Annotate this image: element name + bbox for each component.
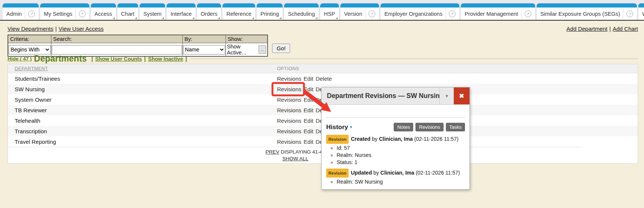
department-name: Travel Reporting <box>8 139 277 145</box>
go-button[interactable]: Go! <box>272 44 290 53</box>
show-all-link[interactable]: SHOW ALL <box>282 156 308 161</box>
tab-reference[interactable]: Reference <box>223 3 255 20</box>
show-inactive-link[interactable]: Show Inactive <box>148 56 183 62</box>
row-option-revisions[interactable]: Revisions <box>277 75 301 82</box>
header-rule <box>191 59 638 59</box>
revisions-button[interactable]: Revisions <box>415 123 443 131</box>
tab-label: My Settings <box>44 11 72 17</box>
tab-icon-wrap: ↗ <box>365 9 375 19</box>
row-option-edit[interactable]: Edit <box>304 96 313 103</box>
row-options: RevisionsEditDelete <box>277 75 638 82</box>
entry-action: Updated <box>351 170 372 176</box>
department-revisions-popup: Department Revisions — SW Nursing ▾ ✖ Hi… <box>321 87 470 190</box>
add-chart-link[interactable]: Add Chart <box>612 26 638 32</box>
tab-employer-organizations[interactable]: Employer Organizations↗ <box>381 3 459 20</box>
tab-label: Version <box>344 11 362 17</box>
view-links: View Departments|View User Access <box>8 26 104 32</box>
row-option-edit[interactable]: Edit <box>304 75 313 82</box>
show-user-counts-link[interactable]: Show User Counts <box>95 56 142 62</box>
by-select[interactable]: Name <box>183 45 225 54</box>
external-link-icon: ↗ <box>525 11 531 17</box>
tasks-button[interactable]: Tasks <box>446 123 465 131</box>
tab-label: Scheduling <box>288 11 315 17</box>
revision-detail: Realm: SW Nursing <box>337 179 465 185</box>
menu-fold-icon <box>336 17 338 19</box>
tab-provider-management[interactable]: Provider Management↗ <box>461 3 535 20</box>
separator: | <box>144 56 146 62</box>
tab-icon-wrap: ↗ <box>25 9 35 19</box>
close-icon: ✖ <box>459 92 464 99</box>
tab-orders[interactable]: Orders <box>197 3 221 20</box>
hide-count-link[interactable]: Hide ( 47 ) <box>8 56 32 62</box>
tab-version[interactable]: Version↗ <box>340 3 379 20</box>
revision-detail: Status: 1 <box>337 159 465 165</box>
tab-label: Work <box>642 11 644 17</box>
history-heading[interactable]: History <box>326 124 348 131</box>
row-option-revisions[interactable]: Revisions <box>277 86 301 92</box>
toolbar-links-row: View Departments|View User Access Add De… <box>8 26 638 32</box>
tab-hsp[interactable]: HSP <box>320 3 339 20</box>
menu-fold-icon <box>113 17 115 19</box>
column-header-department[interactable]: DEPARTMENT <box>8 66 277 71</box>
pager-line: PREV DISPLAYING 41-47 <box>8 149 583 155</box>
criteria-select[interactable]: Begins With <box>9 45 51 54</box>
tab-chart[interactable]: Chart <box>117 3 138 20</box>
chevron-down-icon: ▾ <box>445 93 448 99</box>
tab-label: Interface <box>170 11 191 17</box>
row-option-revisions[interactable]: Revisions <box>277 128 301 134</box>
external-link-icon: ↗ <box>28 11 35 17</box>
tab-system[interactable]: System <box>140 3 165 20</box>
view-departments-link[interactable]: View Departments <box>8 26 53 32</box>
revision-detail: Realm: Nurses <box>337 152 465 158</box>
tab-access[interactable]: Access <box>91 3 116 20</box>
row-option-edit[interactable]: Edit <box>304 118 313 124</box>
popup-close-button[interactable]: ✖ <box>454 87 469 104</box>
view-user-access-link[interactable]: View User Access <box>59 26 104 32</box>
prev-link[interactable]: PREV <box>266 149 280 155</box>
revision-badge: Revision <box>326 169 349 178</box>
separator: | <box>91 56 93 62</box>
tab-my-settings[interactable]: My Settings↗ <box>40 3 89 20</box>
tab-admin[interactable]: Admin↗ <box>3 3 39 20</box>
external-link-icon: ↗ <box>626 11 633 17</box>
tab-icon-wrap: ↗ <box>445 9 456 19</box>
popup-title: Department Revisions — SW Nursing <box>322 87 439 104</box>
tab-interface[interactable]: Interface <box>167 3 195 20</box>
tab-label: Chart <box>121 11 134 17</box>
department-name: TB Reviewer <box>8 107 277 113</box>
add-department-link[interactable]: Add Department <box>566 26 607 32</box>
tab-label: Orders <box>201 11 217 17</box>
row-option-edit[interactable]: Edit <box>304 128 313 134</box>
tab-printing[interactable]: Printing <box>257 3 283 20</box>
row-option-revisions[interactable]: Revisions <box>277 118 301 124</box>
external-link-icon: ↗ <box>369 11 375 17</box>
row-option-revisions[interactable]: Revisions <box>277 107 301 113</box>
tab-label: Printing <box>260 11 279 17</box>
departments-header: Hide ( 47 ) Departments | Show User Coun… <box>8 54 638 64</box>
notes-button[interactable]: Notes <box>394 123 413 131</box>
row-option-edit[interactable]: Edit <box>304 107 313 113</box>
search-input[interactable] <box>52 45 182 54</box>
row-option-revisions[interactable]: Revisions <box>277 96 301 103</box>
revision-entry: RevisionUpdated by Clinician, Ima (02-11… <box>326 169 465 178</box>
add-links: Add Department|Add Chart <box>566 26 638 32</box>
entry-action: Created <box>351 136 370 142</box>
show-filter-more-button[interactable]: ... <box>259 45 266 54</box>
row-option-delete[interactable]: Delete <box>316 75 332 82</box>
popup-dropdown-button[interactable]: ▾ <box>439 87 454 104</box>
row-option-edit[interactable]: Edit <box>304 86 313 92</box>
revision-entry: RevisionCreated by Clinician, Ima (02-11… <box>326 135 465 144</box>
tab-work[interactable]: Work <box>638 3 644 20</box>
popup-body: History ▾ NotesRevisionsTasks RevisionCr… <box>322 118 469 185</box>
table-header-row: DEPARTMENT OPTIONS <box>8 64 638 73</box>
row-option-revisions[interactable]: Revisions <box>277 139 301 145</box>
tab-scheduling[interactable]: Scheduling <box>284 3 319 20</box>
pager: PREV DISPLAYING 41-47 SHOW ALL <box>8 147 583 163</box>
tab-similar-exposure-groups-segs[interactable]: Similar Exposure Groups (SEGs)↗ <box>537 3 637 20</box>
row-option-edit[interactable]: Edit <box>304 139 313 145</box>
tab-label: Similar Exposure Groups (SEGs) <box>540 11 620 17</box>
section-title: Departments <box>34 54 87 64</box>
department-name: SW Nursing <box>8 86 277 92</box>
entry-author: Clinician, Ima <box>381 170 414 176</box>
tab-icon-wrap: ↗ <box>623 9 633 19</box>
